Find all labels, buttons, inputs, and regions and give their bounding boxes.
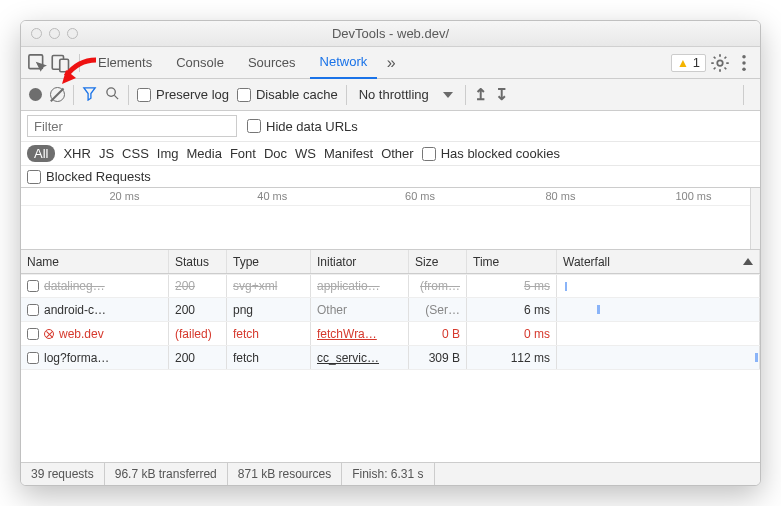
hide-data-urls-checkbox[interactable]: Hide data URLs — [247, 119, 358, 134]
error-icon — [44, 329, 54, 339]
row-waterfall — [557, 298, 760, 321]
row-initiator[interactable]: fetchWra… — [311, 322, 409, 345]
status-requests: 39 requests — [21, 463, 105, 485]
tab-console[interactable]: Console — [166, 47, 234, 79]
svg-line-8 — [114, 95, 118, 99]
svg-point-4 — [742, 55, 746, 59]
inspect-icon[interactable] — [27, 53, 47, 73]
row-waterfall — [557, 346, 760, 369]
row-size: (Ser… — [409, 298, 467, 321]
row-name: log?forma… — [44, 351, 109, 365]
timeline-tick: 80 ms — [545, 190, 575, 202]
timeline-tick: 60 ms — [405, 190, 435, 202]
timeline-overview[interactable]: 20 ms 40 ms 60 ms 80 ms 100 ms — [21, 188, 760, 250]
table-row[interactable]: log?forma… 200 fetch cc_servic… 309 B 11… — [21, 346, 760, 370]
col-waterfall[interactable]: Waterfall — [557, 250, 760, 273]
col-time[interactable]: Time — [467, 250, 557, 273]
type-font[interactable]: Font — [230, 146, 256, 161]
timeline-tick: 100 ms — [675, 190, 711, 202]
type-js[interactable]: JS — [99, 146, 114, 161]
tab-network[interactable]: Network — [310, 47, 378, 79]
row-checkbox[interactable] — [27, 304, 39, 316]
col-name[interactable]: Name — [21, 250, 169, 273]
row-time: 0 ms — [467, 322, 557, 345]
filter-icon[interactable] — [82, 86, 97, 104]
col-size[interactable]: Size — [409, 250, 467, 273]
throttling-select[interactable]: No throttling — [355, 87, 457, 102]
disable-cache-checkbox[interactable]: Disable cache — [237, 87, 338, 102]
has-blocked-label: Has blocked cookies — [441, 146, 560, 161]
warnings-badge[interactable]: ▲ 1 — [671, 54, 706, 72]
svg-rect-2 — [60, 59, 69, 72]
row-checkbox[interactable] — [27, 280, 39, 292]
search-icon[interactable] — [105, 86, 120, 104]
timeline-scroll[interactable] — [750, 188, 760, 249]
warning-icon: ▲ — [677, 56, 689, 70]
has-blocked-cookies-checkbox[interactable]: Has blocked cookies — [422, 146, 560, 161]
timeline-tick: 20 ms — [109, 190, 139, 202]
type-filter-row: All XHR JS CSS Img Media Font Doc WS Man… — [21, 142, 760, 166]
record-button[interactable] — [29, 88, 42, 101]
blocked-requests-label: Blocked Requests — [46, 169, 151, 184]
col-initiator[interactable]: Initiator — [311, 250, 409, 273]
row-size: 0 B — [409, 322, 467, 345]
preserve-log-label: Preserve log — [156, 87, 229, 102]
titlebar: DevTools - web.dev/ — [21, 21, 760, 47]
more-tabs-icon[interactable]: » — [381, 53, 401, 73]
clear-button[interactable] — [50, 87, 65, 102]
svg-point-6 — [742, 67, 746, 71]
row-time: 6 ms — [467, 298, 557, 321]
row-checkbox[interactable] — [27, 352, 39, 364]
network-toolbar: Preserve log Disable cache No throttling… — [21, 79, 760, 111]
status-resources: 871 kB resources — [228, 463, 342, 485]
table-row[interactable]: android-c… 200 png Other (Ser… 6 ms — [21, 298, 760, 322]
type-css[interactable]: CSS — [122, 146, 149, 161]
svg-point-3 — [717, 60, 723, 66]
type-xhr[interactable]: XHR — [63, 146, 90, 161]
upload-har-icon[interactable]: ↥ — [474, 85, 487, 104]
table-header: Name Status Type Initiator Size Time Wat… — [21, 250, 760, 274]
type-media[interactable]: Media — [186, 146, 221, 161]
table-row[interactable]: datalineg… 200 svg+xml applicatio… (from… — [21, 274, 760, 298]
status-finish: Finish: 6.31 s — [342, 463, 434, 485]
status-transferred: 96.7 kB transferred — [105, 463, 228, 485]
preserve-log-checkbox[interactable]: Preserve log — [137, 87, 229, 102]
row-size: 309 B — [409, 346, 467, 369]
kebab-menu-icon[interactable] — [734, 53, 754, 73]
type-img[interactable]: Img — [157, 146, 179, 161]
col-type[interactable]: Type — [227, 250, 311, 273]
type-manifest[interactable]: Manifest — [324, 146, 373, 161]
row-type: fetch — [227, 322, 311, 345]
row-checkbox[interactable] — [27, 328, 39, 340]
hide-data-urls-label: Hide data URLs — [266, 119, 358, 134]
row-type: fetch — [227, 346, 311, 369]
type-ws[interactable]: WS — [295, 146, 316, 161]
requests-table: Name Status Type Initiator Size Time Wat… — [21, 250, 760, 463]
table-row[interactable]: web.dev (failed) fetch fetchWra… 0 B 0 m… — [21, 322, 760, 346]
row-type: png — [227, 298, 311, 321]
device-mode-icon[interactable] — [51, 53, 71, 73]
type-all[interactable]: All — [27, 145, 55, 162]
svg-point-7 — [107, 87, 115, 95]
window-title: DevTools - web.dev/ — [21, 26, 760, 41]
blocked-requests-checkbox[interactable]: Blocked Requests — [27, 169, 754, 184]
row-time: 112 ms — [467, 346, 557, 369]
row-initiator[interactable]: cc_servic… — [311, 346, 409, 369]
tab-sources[interactable]: Sources — [238, 47, 306, 79]
tab-elements[interactable]: Elements — [88, 47, 162, 79]
row-initiator: Other — [311, 298, 409, 321]
sort-asc-icon — [743, 258, 753, 265]
download-har-icon[interactable]: ↧ — [495, 85, 508, 104]
throttling-value: No throttling — [359, 87, 429, 102]
filter-input[interactable] — [27, 115, 237, 137]
status-bar: 39 requests 96.7 kB transferred 871 kB r… — [21, 463, 760, 485]
filter-row: Hide data URLs — [21, 111, 760, 142]
type-other[interactable]: Other — [381, 146, 414, 161]
timeline-tick: 40 ms — [257, 190, 287, 202]
warnings-count: 1 — [693, 55, 700, 70]
settings-icon[interactable] — [710, 53, 730, 73]
row-status: 200 — [169, 346, 227, 369]
chevron-down-icon — [443, 92, 453, 98]
col-status[interactable]: Status — [169, 250, 227, 273]
type-doc[interactable]: Doc — [264, 146, 287, 161]
